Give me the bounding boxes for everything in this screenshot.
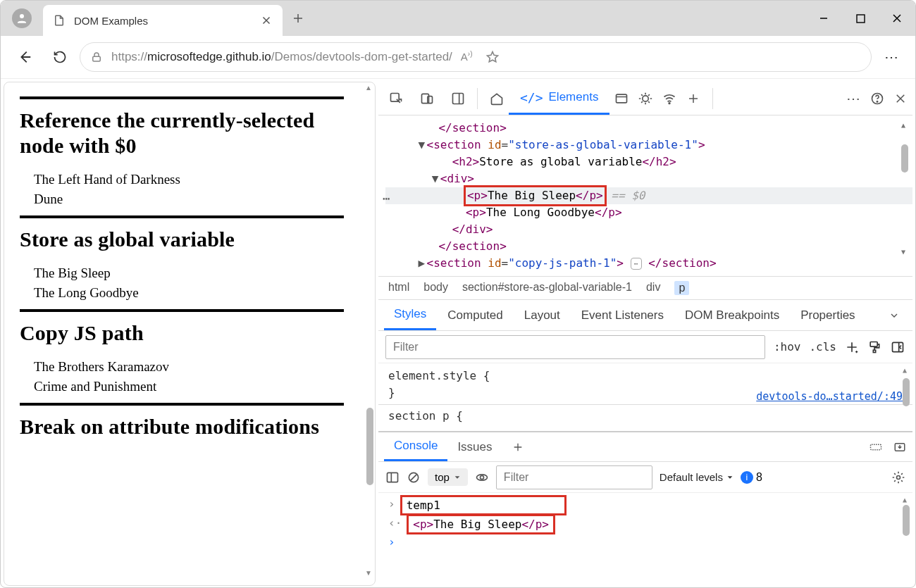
plus-icon — [512, 442, 524, 453]
svg-point-19 — [480, 475, 483, 479]
sources-tab-button[interactable] — [633, 87, 657, 111]
list-item[interactable]: Dune — [34, 189, 359, 209]
page-scrollbar[interactable]: ▲ ▼ — [364, 84, 373, 577]
tab-dom-breakpoints[interactable]: DOM Breakpoints — [675, 300, 789, 330]
tab-issues[interactable]: Issues — [447, 432, 502, 461]
section-list: The Left Hand of Darkness Dune — [20, 170, 359, 208]
dock-icon — [451, 92, 465, 106]
list-item[interactable]: The Long Goodbye — [34, 283, 359, 303]
page-content: Reference the currently-selected node wi… — [4, 82, 376, 586]
add-drawer-tab-button[interactable] — [502, 432, 533, 461]
issues-badge[interactable]: i 8 — [741, 471, 762, 484]
svg-rect-12 — [870, 342, 877, 346]
styles-scrollbar[interactable]: ▲ — [903, 365, 911, 430]
network-tab-button[interactable] — [657, 87, 681, 111]
tab-styles[interactable]: Styles — [384, 300, 436, 330]
refresh-button[interactable] — [44, 42, 75, 73]
computed-sidebar-icon[interactable] — [890, 340, 905, 354]
svg-point-11 — [877, 101, 877, 101]
device-emulation-button[interactable] — [415, 87, 439, 111]
dom-scrollbar[interactable]: ▲▼ — [901, 120, 910, 173]
console-context-selector[interactable]: top — [428, 468, 468, 486]
cls-toggle[interactable]: .cls — [809, 340, 836, 354]
list-item[interactable]: Crime and Punishment — [34, 377, 359, 396]
console-scrollbar[interactable]: ▲ — [903, 496, 910, 536]
lock-icon — [90, 51, 103, 63]
style-source-link[interactable]: devtools-do…started/:49 — [756, 389, 903, 405]
list-item[interactable]: The Big Sleep — [34, 263, 359, 283]
main-area: Reference the currently-selected node wi… — [1, 78, 915, 588]
dom-selected-node[interactable]: <p>The Big Sleep</p> == $0 — [385, 187, 912, 204]
tab-computed[interactable]: Computed — [438, 300, 512, 330]
minimize-button[interactable] — [805, 1, 842, 36]
bug-icon — [638, 92, 652, 106]
close-tab-icon[interactable] — [260, 14, 273, 27]
new-tab-button[interactable] — [283, 1, 314, 36]
paint-icon[interactable] — [867, 340, 881, 354]
maximize-button[interactable] — [842, 1, 879, 36]
application-tab-button[interactable] — [609, 87, 633, 111]
devtools-drawer: Console Issues top Default levels — [378, 431, 912, 553]
svg-rect-13 — [873, 350, 875, 352]
back-button[interactable] — [9, 42, 40, 73]
read-aloud-icon[interactable]: A›) — [461, 50, 473, 64]
crumb-item[interactable]: body — [423, 281, 448, 295]
scroll-down-icon: ▼ — [364, 569, 373, 577]
close-devtools-icon[interactable] — [894, 92, 907, 105]
tab-title: DOM Examples — [74, 15, 260, 27]
chevron-right-icon: › — [388, 535, 395, 549]
console-output-row: ‹· <p>The Big Sleep</p> — [388, 515, 903, 534]
file-icon — [53, 14, 66, 27]
download-icon[interactable] — [893, 441, 907, 453]
console-prompt-row[interactable]: › — [388, 534, 903, 550]
more-tools-button[interactable]: ⋯ — [846, 90, 860, 107]
settings-menu-button[interactable]: ⋯ — [876, 49, 907, 65]
welcome-tab[interactable] — [485, 87, 509, 111]
svg-rect-15 — [871, 444, 881, 450]
hov-toggle[interactable]: :hov — [774, 340, 801, 354]
close-icon — [892, 13, 902, 23]
tab-console[interactable]: Console — [384, 432, 447, 461]
crumb-item[interactable]: html — [388, 281, 409, 295]
clear-console-icon[interactable] — [407, 470, 421, 484]
svg-rect-6 — [453, 93, 464, 104]
console-filter-input[interactable] — [496, 465, 652, 489]
crumb-item[interactable]: div — [646, 281, 660, 295]
more-styles-tabs-button[interactable] — [881, 310, 907, 321]
elements-tab[interactable]: </> Elements — [509, 82, 609, 115]
inspect-element-button[interactable] — [384, 87, 408, 111]
close-window-button[interactable] — [879, 1, 915, 36]
list-item[interactable]: The Left Hand of Darkness — [34, 170, 359, 189]
new-style-rule-icon[interactable] — [845, 340, 859, 354]
list-item[interactable]: The Brothers Karamazov — [34, 357, 359, 377]
ruler-icon[interactable] — [869, 441, 883, 453]
address-bar[interactable]: https://microsoftedge.github.io/Demos/de… — [80, 42, 872, 72]
scroll-up-icon: ▲ — [364, 84, 373, 92]
styles-rules[interactable]: element.style { } section p { devtools-d… — [378, 363, 912, 431]
console-output[interactable]: › temp1 ‹· <p>The Big Sleep</p> › ▲ — [378, 493, 912, 553]
more-tabs-button[interactable] — [681, 87, 705, 111]
dom-breadcrumb[interactable]: html body section#store-as-global-variab… — [378, 276, 912, 300]
svg-rect-7 — [617, 94, 627, 103]
crumb-item[interactable]: section#store-as-global-variable-1 — [462, 281, 632, 295]
console-settings-icon[interactable] — [891, 470, 905, 484]
dock-side-button[interactable] — [446, 87, 470, 111]
browser-tab[interactable]: DOM Examples — [43, 5, 283, 36]
tab-properties[interactable]: Properties — [791, 300, 865, 330]
live-expression-icon[interactable] — [475, 470, 489, 484]
tab-event-listeners[interactable]: Event Listeners — [571, 300, 674, 330]
dom-tree[interactable]: </section> ▼<section id="store-as-global… — [378, 115, 912, 276]
help-icon[interactable] — [870, 92, 884, 106]
console-levels-selector[interactable]: Default levels — [660, 471, 734, 483]
crumb-item-selected[interactable]: p — [674, 281, 689, 295]
favorite-icon[interactable] — [485, 50, 500, 64]
profile-button[interactable] — [1, 1, 43, 36]
minimize-icon — [819, 13, 829, 23]
styles-filter-input[interactable] — [385, 335, 765, 359]
section-heading: Copy JS path — [20, 320, 359, 346]
devtools-toolbar: </> Elements ⋯ — [378, 82, 912, 115]
scroll-thumb[interactable] — [366, 408, 373, 485]
section-divider — [20, 96, 344, 99]
tab-layout[interactable]: Layout — [514, 300, 570, 330]
console-sidebar-icon[interactable] — [385, 470, 400, 484]
